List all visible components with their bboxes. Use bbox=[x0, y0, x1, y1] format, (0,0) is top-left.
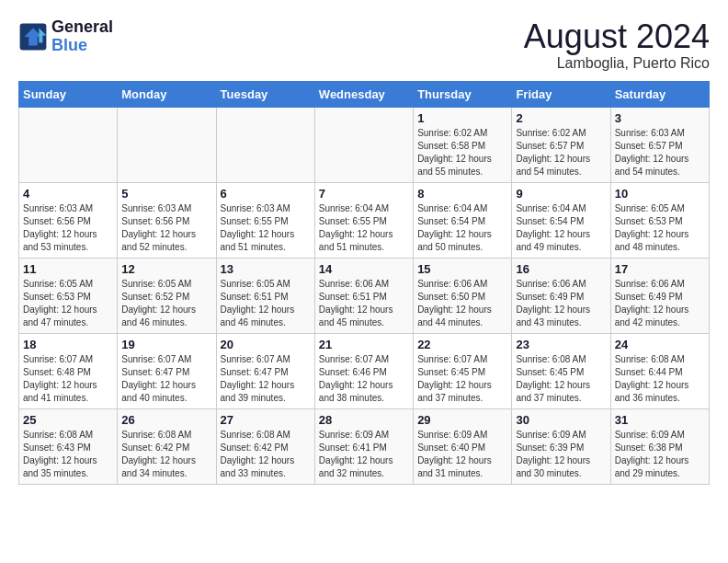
day-number: 13 bbox=[221, 262, 311, 276]
day-number: 28 bbox=[319, 413, 409, 427]
day-number: 29 bbox=[417, 413, 507, 427]
day-number: 20 bbox=[221, 338, 311, 351]
day-cell: 21Sunrise: 6:07 AM Sunset: 6:46 PM Dayli… bbox=[314, 333, 413, 408]
day-cell: 31Sunrise: 6:09 AM Sunset: 6:38 PM Dayli… bbox=[610, 408, 709, 484]
week-row-4: 18Sunrise: 6:07 AM Sunset: 6:48 PM Dayli… bbox=[19, 333, 710, 408]
day-info: Sunrise: 6:06 AM Sunset: 6:49 PM Dayligh… bbox=[516, 278, 606, 329]
day-cell: 29Sunrise: 6:09 AM Sunset: 6:40 PM Dayli… bbox=[414, 408, 512, 484]
day-cell: 30Sunrise: 6:09 AM Sunset: 6:39 PM Dayli… bbox=[512, 408, 610, 484]
day-info: Sunrise: 6:05 AM Sunset: 6:52 PM Dayligh… bbox=[121, 278, 211, 329]
week-row-3: 11Sunrise: 6:05 AM Sunset: 6:53 PM Dayli… bbox=[19, 258, 710, 333]
day-info: Sunrise: 6:08 AM Sunset: 6:42 PM Dayligh… bbox=[221, 429, 311, 480]
logo-icon bbox=[18, 22, 48, 52]
day-number: 17 bbox=[615, 262, 705, 276]
day-number: 21 bbox=[319, 338, 409, 351]
day-number: 8 bbox=[417, 187, 507, 201]
day-cell: 28Sunrise: 6:09 AM Sunset: 6:41 PM Dayli… bbox=[314, 408, 413, 484]
day-number: 25 bbox=[23, 413, 113, 427]
header-day-saturday: Saturday bbox=[610, 81, 709, 107]
day-cell: 18Sunrise: 6:07 AM Sunset: 6:48 PM Dayli… bbox=[19, 333, 118, 408]
day-cell: 19Sunrise: 6:07 AM Sunset: 6:47 PM Dayli… bbox=[118, 333, 216, 408]
day-cell: 7Sunrise: 6:04 AM Sunset: 6:55 PM Daylig… bbox=[314, 182, 413, 258]
calendar-body: 1Sunrise: 6:02 AM Sunset: 6:58 PM Daylig… bbox=[19, 107, 710, 484]
day-cell: 10Sunrise: 6:05 AM Sunset: 6:53 PM Dayli… bbox=[610, 182, 709, 258]
calendar-header: SundayMondayTuesdayWednesdayThursdayFrid… bbox=[19, 81, 710, 107]
day-cell: 2Sunrise: 6:02 AM Sunset: 6:57 PM Daylig… bbox=[512, 107, 610, 182]
header-day-wednesday: Wednesday bbox=[314, 81, 413, 107]
day-cell: 14Sunrise: 6:06 AM Sunset: 6:51 PM Dayli… bbox=[314, 258, 413, 333]
header-day-tuesday: Tuesday bbox=[216, 81, 314, 107]
day-cell: 1Sunrise: 6:02 AM Sunset: 6:58 PM Daylig… bbox=[414, 107, 512, 182]
day-info: Sunrise: 6:08 AM Sunset: 6:45 PM Dayligh… bbox=[516, 353, 606, 405]
day-info: Sunrise: 6:05 AM Sunset: 6:53 PM Dayligh… bbox=[615, 202, 705, 254]
day-info: Sunrise: 6:03 AM Sunset: 6:56 PM Dayligh… bbox=[23, 202, 113, 254]
header-row: SundayMondayTuesdayWednesdayThursdayFrid… bbox=[19, 81, 710, 107]
day-number: 18 bbox=[23, 338, 113, 351]
day-cell: 6Sunrise: 6:03 AM Sunset: 6:55 PM Daylig… bbox=[216, 182, 314, 258]
header-day-thursday: Thursday bbox=[414, 81, 512, 107]
day-number: 22 bbox=[417, 338, 507, 351]
day-cell: 4Sunrise: 6:03 AM Sunset: 6:56 PM Daylig… bbox=[19, 182, 118, 258]
day-info: Sunrise: 6:07 AM Sunset: 6:47 PM Dayligh… bbox=[221, 353, 311, 405]
day-cell: 16Sunrise: 6:06 AM Sunset: 6:49 PM Dayli… bbox=[512, 258, 610, 333]
calendar-title: August 2024 bbox=[524, 18, 710, 55]
header-day-friday: Friday bbox=[512, 81, 610, 107]
day-info: Sunrise: 6:04 AM Sunset: 6:54 PM Dayligh… bbox=[516, 202, 606, 254]
day-number: 30 bbox=[516, 413, 606, 427]
day-cell: 9Sunrise: 6:04 AM Sunset: 6:54 PM Daylig… bbox=[512, 182, 610, 258]
day-number: 26 bbox=[121, 413, 211, 427]
day-cell: 25Sunrise: 6:08 AM Sunset: 6:43 PM Dayli… bbox=[19, 408, 118, 484]
day-number: 24 bbox=[615, 338, 705, 351]
day-info: Sunrise: 6:08 AM Sunset: 6:42 PM Dayligh… bbox=[121, 429, 211, 480]
title-block: August 2024 Lamboglia, Puerto Rico bbox=[524, 18, 710, 72]
day-cell: 22Sunrise: 6:07 AM Sunset: 6:45 PM Dayli… bbox=[414, 333, 512, 408]
day-cell: 15Sunrise: 6:06 AM Sunset: 6:50 PM Dayli… bbox=[414, 258, 512, 333]
day-info: Sunrise: 6:08 AM Sunset: 6:43 PM Dayligh… bbox=[23, 429, 113, 480]
day-number: 19 bbox=[121, 338, 211, 351]
day-info: Sunrise: 6:06 AM Sunset: 6:51 PM Dayligh… bbox=[319, 278, 409, 329]
logo-line1: General bbox=[51, 18, 113, 37]
day-cell bbox=[216, 107, 314, 182]
day-info: Sunrise: 6:09 AM Sunset: 6:38 PM Dayligh… bbox=[615, 429, 705, 480]
day-number: 11 bbox=[23, 262, 113, 276]
day-number: 3 bbox=[615, 111, 705, 125]
day-cell: 27Sunrise: 6:08 AM Sunset: 6:42 PM Dayli… bbox=[216, 408, 314, 484]
header-day-monday: Monday bbox=[118, 81, 216, 107]
day-cell: 11Sunrise: 6:05 AM Sunset: 6:53 PM Dayli… bbox=[19, 258, 118, 333]
day-number: 2 bbox=[516, 111, 606, 125]
day-number: 5 bbox=[121, 187, 211, 201]
calendar-subtitle: Lamboglia, Puerto Rico bbox=[524, 55, 710, 72]
week-row-1: 1Sunrise: 6:02 AM Sunset: 6:58 PM Daylig… bbox=[19, 107, 710, 182]
day-cell: 26Sunrise: 6:08 AM Sunset: 6:42 PM Dayli… bbox=[118, 408, 216, 484]
day-cell: 20Sunrise: 6:07 AM Sunset: 6:47 PM Dayli… bbox=[216, 333, 314, 408]
day-number: 10 bbox=[615, 187, 705, 201]
day-number: 12 bbox=[121, 262, 211, 276]
page-header: General Blue August 2024 Lamboglia, Puer… bbox=[18, 18, 710, 72]
day-info: Sunrise: 6:05 AM Sunset: 6:51 PM Dayligh… bbox=[221, 278, 311, 329]
day-cell bbox=[314, 107, 413, 182]
day-number: 31 bbox=[615, 413, 705, 427]
day-number: 1 bbox=[417, 111, 507, 125]
day-info: Sunrise: 6:03 AM Sunset: 6:55 PM Dayligh… bbox=[221, 202, 311, 254]
day-info: Sunrise: 6:07 AM Sunset: 6:47 PM Dayligh… bbox=[121, 353, 211, 405]
day-info: Sunrise: 6:06 AM Sunset: 6:50 PM Dayligh… bbox=[417, 278, 507, 329]
day-info: Sunrise: 6:06 AM Sunset: 6:49 PM Dayligh… bbox=[615, 278, 705, 329]
week-row-2: 4Sunrise: 6:03 AM Sunset: 6:56 PM Daylig… bbox=[19, 182, 710, 258]
day-info: Sunrise: 6:08 AM Sunset: 6:44 PM Dayligh… bbox=[615, 353, 705, 405]
day-number: 23 bbox=[516, 338, 606, 351]
day-cell: 12Sunrise: 6:05 AM Sunset: 6:52 PM Dayli… bbox=[118, 258, 216, 333]
day-number: 15 bbox=[417, 262, 507, 276]
day-info: Sunrise: 6:04 AM Sunset: 6:55 PM Dayligh… bbox=[319, 202, 409, 254]
day-cell: 17Sunrise: 6:06 AM Sunset: 6:49 PM Dayli… bbox=[610, 258, 709, 333]
day-info: Sunrise: 6:07 AM Sunset: 6:46 PM Dayligh… bbox=[319, 353, 409, 405]
day-info: Sunrise: 6:09 AM Sunset: 6:40 PM Dayligh… bbox=[417, 429, 507, 480]
week-row-5: 25Sunrise: 6:08 AM Sunset: 6:43 PM Dayli… bbox=[19, 408, 710, 484]
day-cell: 5Sunrise: 6:03 AM Sunset: 6:56 PM Daylig… bbox=[118, 182, 216, 258]
day-info: Sunrise: 6:02 AM Sunset: 6:57 PM Dayligh… bbox=[516, 127, 606, 178]
day-cell bbox=[19, 107, 118, 182]
day-info: Sunrise: 6:04 AM Sunset: 6:54 PM Dayligh… bbox=[417, 202, 507, 254]
day-cell: 13Sunrise: 6:05 AM Sunset: 6:51 PM Dayli… bbox=[216, 258, 314, 333]
day-cell: 23Sunrise: 6:08 AM Sunset: 6:45 PM Dayli… bbox=[512, 333, 610, 408]
day-info: Sunrise: 6:09 AM Sunset: 6:39 PM Dayligh… bbox=[516, 429, 606, 480]
day-cell: 8Sunrise: 6:04 AM Sunset: 6:54 PM Daylig… bbox=[414, 182, 512, 258]
